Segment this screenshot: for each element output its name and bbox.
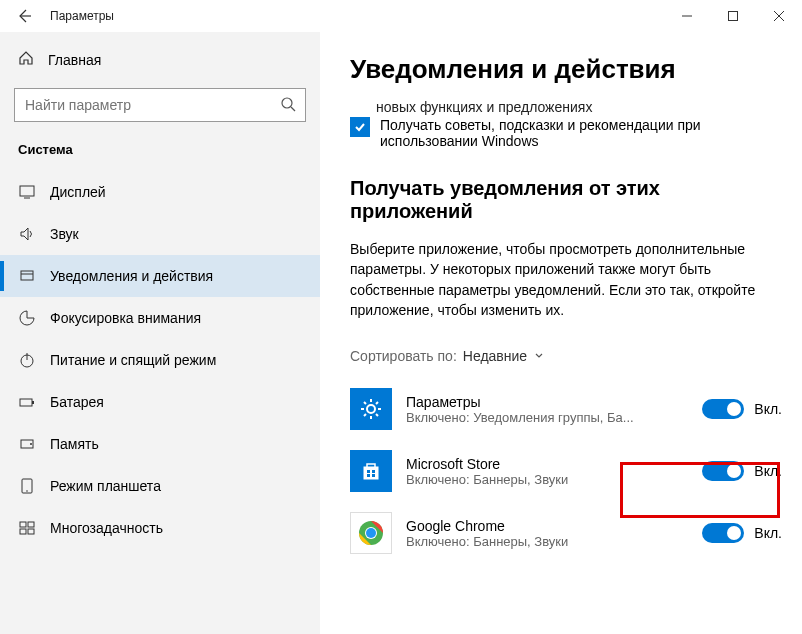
- home-icon: [18, 50, 34, 70]
- nav-label: Батарея: [50, 394, 104, 410]
- sidebar-item-power[interactable]: Питание и спящий режим: [0, 339, 320, 381]
- svg-point-32: [366, 528, 376, 538]
- window-title: Параметры: [50, 9, 114, 23]
- app-sub: Включено: Уведомления группы, Ба...: [406, 410, 656, 425]
- main-content: Уведомления и действия новых функциях и …: [320, 32, 802, 634]
- svg-point-17: [26, 490, 28, 492]
- apps-section-desc: Выберите приложение, чтобы просмотреть д…: [350, 239, 782, 320]
- svg-rect-27: [372, 474, 375, 477]
- app-row-store[interactable]: Microsoft Store Включено: Баннеры, Звуки…: [350, 444, 782, 506]
- sidebar-item-display[interactable]: Дисплей: [0, 171, 320, 213]
- app-name: Параметры: [406, 394, 688, 410]
- sidebar: Главная Система Дисплей Звук Уведомления…: [0, 32, 320, 634]
- page-title: Уведомления и действия: [350, 54, 782, 85]
- svg-rect-25: [372, 470, 375, 473]
- power-icon: [18, 351, 36, 369]
- toggle-settings[interactable]: [702, 399, 744, 419]
- sort-value: Недавние: [463, 348, 527, 364]
- svg-line-5: [291, 107, 295, 111]
- svg-point-15: [30, 443, 32, 445]
- sound-icon: [18, 225, 36, 243]
- svg-rect-21: [28, 529, 34, 534]
- sidebar-item-notifications[interactable]: Уведомления и действия: [0, 255, 320, 297]
- truncated-note: новых функциях и предложениях: [376, 99, 782, 115]
- focus-icon: [18, 309, 36, 327]
- check-icon: [353, 120, 367, 134]
- section-label: Система: [0, 136, 320, 171]
- tablet-icon: [18, 477, 36, 495]
- svg-rect-23: [364, 467, 378, 479]
- toggle-label: Вкл.: [754, 463, 782, 479]
- svg-rect-24: [367, 470, 370, 473]
- multitask-icon: [18, 519, 36, 537]
- svg-point-22: [367, 405, 375, 413]
- toggle-label: Вкл.: [754, 401, 782, 417]
- app-row-chrome[interactable]: Google Chrome Включено: Баннеры, Звуки В…: [350, 506, 782, 568]
- svg-rect-19: [28, 522, 34, 527]
- nav-label: Дисплей: [50, 184, 106, 200]
- settings-app-icon: [350, 388, 392, 430]
- nav-label: Питание и спящий режим: [50, 352, 216, 368]
- notification-icon: [18, 267, 36, 285]
- home-nav[interactable]: Главная: [0, 42, 320, 78]
- svg-rect-6: [20, 186, 34, 196]
- nav-label: Уведомления и действия: [50, 268, 213, 284]
- search-icon: [280, 96, 296, 116]
- minimize-button[interactable]: [664, 0, 710, 32]
- nav-label: Многозадачность: [50, 520, 163, 536]
- sidebar-item-multitask[interactable]: Многозадачность: [0, 507, 320, 549]
- app-row-settings[interactable]: Параметры Включено: Уведомления группы, …: [350, 382, 782, 444]
- apps-section-heading: Получать уведомления от этих приложений: [350, 177, 782, 223]
- store-app-icon: [350, 450, 392, 492]
- nav-label: Звук: [50, 226, 79, 242]
- search-input[interactable]: [14, 88, 306, 122]
- app-name: Google Chrome: [406, 518, 688, 534]
- toggle-label: Вкл.: [754, 525, 782, 541]
- svg-point-4: [282, 98, 292, 108]
- nav-label: Память: [50, 436, 99, 452]
- svg-rect-8: [21, 271, 33, 280]
- home-label: Главная: [48, 52, 101, 68]
- svg-rect-12: [20, 399, 32, 406]
- svg-rect-1: [729, 12, 738, 21]
- nav-label: Фокусировка внимания: [50, 310, 201, 326]
- back-button[interactable]: [14, 6, 34, 26]
- chrome-app-icon: [350, 512, 392, 554]
- maximize-button[interactable]: [710, 0, 756, 32]
- svg-rect-18: [20, 522, 26, 527]
- svg-rect-20: [20, 529, 26, 534]
- sidebar-item-focus[interactable]: Фокусировка внимания: [0, 297, 320, 339]
- tips-label: Получать советы, подсказки и рекомендаци…: [380, 117, 782, 149]
- sort-label: Сортировать по:: [350, 348, 457, 364]
- svg-rect-13: [32, 401, 34, 404]
- sidebar-item-sound[interactable]: Звук: [0, 213, 320, 255]
- svg-rect-26: [367, 474, 370, 477]
- toggle-store[interactable]: [702, 461, 744, 481]
- chevron-down-icon: [533, 348, 545, 364]
- app-sub: Включено: Баннеры, Звуки: [406, 472, 656, 487]
- app-sub: Включено: Баннеры, Звуки: [406, 534, 656, 549]
- battery-icon: [18, 393, 36, 411]
- display-icon: [18, 183, 36, 201]
- sidebar-item-storage[interactable]: Память: [0, 423, 320, 465]
- app-name: Microsoft Store: [406, 456, 688, 472]
- sidebar-item-battery[interactable]: Батарея: [0, 381, 320, 423]
- storage-icon: [18, 435, 36, 453]
- sort-dropdown[interactable]: Сортировать по: Недавние: [350, 348, 782, 364]
- sidebar-item-tablet[interactable]: Режим планшета: [0, 465, 320, 507]
- tips-checkbox[interactable]: [350, 117, 370, 137]
- toggle-chrome[interactable]: [702, 523, 744, 543]
- close-button[interactable]: [756, 0, 802, 32]
- nav-label: Режим планшета: [50, 478, 161, 494]
